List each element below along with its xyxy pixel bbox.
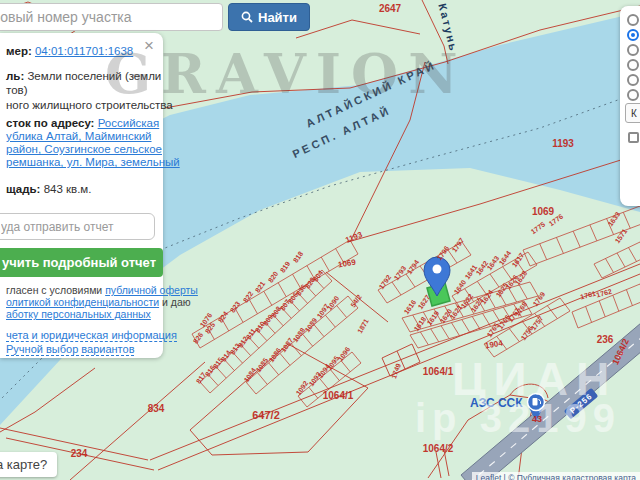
address-link-2[interactable]: район, Соузгинское сельское	[6, 143, 162, 155]
whats-on-map-button[interactable]: а карте?	[0, 452, 57, 477]
cadastral-number-label: мер:	[6, 45, 32, 57]
azs-ssk-label: АЗС ССК	[470, 396, 523, 410]
basemap-layers-panel: К	[620, 6, 640, 206]
basemap-radio-5[interactable]	[627, 74, 639, 86]
address-link-1[interactable]: ублика Алтай, Майминский	[6, 130, 152, 142]
report-email-input[interactable]	[0, 213, 155, 240]
area-value: 843 кв.м.	[44, 183, 92, 195]
address-label: сток по адресу:	[6, 117, 94, 129]
cadastral-number-row: мер: 04:01:011701:1638	[6, 45, 157, 57]
personal-data-link[interactable]: аботку персональных данных	[6, 308, 151, 320]
search-input[interactable]	[0, 3, 223, 31]
offer-link[interactable]: публичной оферты	[105, 284, 198, 296]
basemap-radio-1[interactable]	[627, 14, 639, 26]
consent-line-3: аботку персональных данных	[6, 308, 157, 321]
search-icon	[241, 11, 253, 23]
basemap-radio-2-selected[interactable]	[627, 29, 639, 41]
address-link-0[interactable]: Российская	[98, 117, 160, 129]
area-label: щадь:	[6, 183, 40, 195]
map-attribution: Leaflet | © Публичная кадастровая карта	[472, 472, 640, 480]
cadastral-number-link[interactable]: 04:01:011701:1638	[35, 45, 133, 57]
layers-checkbox[interactable]	[628, 132, 639, 143]
search-button-label: Найти	[258, 10, 297, 25]
search-button[interactable]: Найти	[228, 3, 310, 31]
permitted-use-row: ного жилищного строительства	[6, 99, 157, 111]
layers-button[interactable]: К	[625, 103, 640, 123]
category-row2: тов)	[6, 84, 157, 96]
category-label: ль:	[6, 70, 24, 82]
address-row: сток по адресу: Российская	[6, 117, 157, 129]
basemap-radio-3[interactable]	[627, 44, 639, 56]
get-report-button[interactable]: учить подробный отчет	[0, 248, 163, 277]
close-icon[interactable]: ×	[144, 37, 154, 54]
address-link-3[interactable]: ремшанка, ул. Мира, земельный	[6, 156, 180, 168]
category-row: ль: Земли поселений (земли	[6, 70, 157, 82]
manual-select-link[interactable]: Ручной выбор вариантов	[6, 343, 134, 356]
cadastral-map-app: 2647119310691193106923619041064/11064/11…	[0, 0, 640, 480]
basemap-radio-4[interactable]	[627, 59, 639, 71]
search-bar: Найти	[0, 3, 310, 31]
privacy-link[interactable]: олитикой конфиденциальности	[6, 296, 159, 308]
legal-info-link[interactable]: чета и юридическая информация	[6, 329, 177, 342]
area-row: щадь: 843 кв.м.	[6, 183, 157, 195]
parcel-info-panel: × мер: 04:01:011701:1638 ль: Земли посел…	[0, 33, 163, 358]
basemap-radio-6[interactable]	[627, 89, 639, 101]
category-value: Земли поселений (земли	[27, 70, 161, 82]
